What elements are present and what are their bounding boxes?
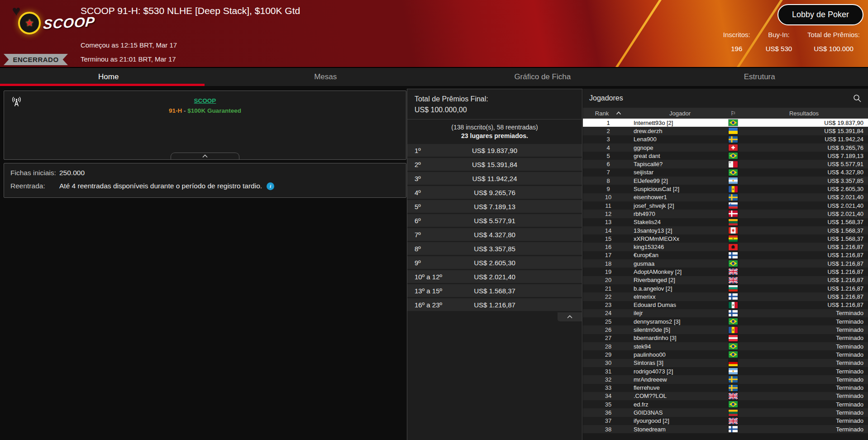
flag-column-icon: ⚐ xyxy=(726,110,740,117)
player-row[interactable]: 1Internett93o [2]US$ 19.837,90 xyxy=(583,119,868,127)
player-row[interactable]: 1413santoy13 [2]US$ 1.568,37 xyxy=(583,226,868,234)
canada-flag-icon xyxy=(726,227,740,234)
column-header-results[interactable]: Resultados xyxy=(740,110,868,117)
column-header-rank[interactable]: Rank xyxy=(583,110,634,117)
player-row[interactable]: 11josef_shvejk [2]US$ 2.021,40 xyxy=(583,201,868,210)
player-row[interactable]: 22elmerixxUS$ 1.216,87 xyxy=(583,292,868,301)
player-row[interactable]: 38StonedreamTerminado xyxy=(583,425,868,433)
player-row[interactable]: 9SuspiciousCat [2]US$ 2.605,30 xyxy=(583,185,868,193)
player-row[interactable]: 31rodrigo4073 [2]Terminado xyxy=(583,367,868,375)
player-rank: 11 xyxy=(583,202,634,209)
germany-flag-icon xyxy=(726,360,740,366)
player-row[interactable]: 7seijistarUS$ 4.327,80 xyxy=(583,168,868,177)
player-name: ilejr xyxy=(634,310,726,316)
finland-flag-icon xyxy=(726,293,740,300)
player-row[interactable]: 32mrAndreeewTerminado xyxy=(583,375,868,383)
player-row[interactable]: 2drew.derzhUS$ 15.391,84 xyxy=(583,127,868,135)
player-row[interactable]: 18gusmaaUS$ 1.216,87 xyxy=(583,259,868,268)
player-result: Terminado xyxy=(740,426,868,433)
player-rank: 29 xyxy=(583,351,634,358)
player-rank: 5 xyxy=(583,153,634,159)
player-row[interactable]: 37ifyourgood [2]Terminado xyxy=(583,417,868,425)
player-row[interactable]: 15xXROMmMEOXxUS$ 1.568,37 xyxy=(583,234,868,243)
player-result: US$ 3.357,85 xyxy=(740,177,868,184)
player-name: Internett93o [2] xyxy=(634,120,726,126)
player-row[interactable]: 21b.a.angelov [2]US$ 1.216,87 xyxy=(583,284,868,292)
player-row[interactable]: 13Stakelis24US$ 1.568,37 xyxy=(583,218,868,226)
player-result: US$ 1.216,87 xyxy=(740,293,868,300)
player-row[interactable]: 5great dantUS$ 7.189,13 xyxy=(583,152,868,160)
player-row[interactable]: 6Tapiscallé?US$ 5.577,91 xyxy=(583,160,868,168)
prize-row: 4ºUS$ 9.265,76 xyxy=(407,186,582,199)
player-row[interactable]: 27bbernardinho [3]Terminado xyxy=(583,334,868,342)
player-row[interactable]: 25dennysramos2 [3]Terminado xyxy=(583,317,868,325)
bolivia-flag-icon xyxy=(726,235,740,242)
player-row[interactable]: 12rbh4970US$ 2.021,40 xyxy=(583,210,868,218)
player-name: king153246 xyxy=(634,244,726,250)
scroll-up-button[interactable] xyxy=(558,312,582,321)
player-result: Terminado xyxy=(740,401,868,408)
tournament-lobby-window: ♥ ★ SCOOP SCOOP 91-H: $530 NLHE [Deep St… xyxy=(0,0,868,440)
stat-inscritos: Inscritos: 196 xyxy=(723,31,750,53)
field-label: Fichas iniciais: xyxy=(10,169,59,177)
player-rank: 30 xyxy=(583,359,634,366)
player-row[interactable]: 4ggnopeUS$ 9.265,76 xyxy=(583,143,868,152)
tab-mesas[interactable]: Mesas xyxy=(217,68,434,86)
player-row[interactable]: 36G0ID3NASTerminado xyxy=(583,408,868,416)
player-name: ed.frz xyxy=(634,401,726,408)
collapse-chevron-icon xyxy=(202,154,208,158)
prize-total-block: Total de Prêmios Final: US$ 100.000,00 xyxy=(407,89,582,120)
scoop-badge-icon: ★ xyxy=(18,12,41,34)
player-name: bbernardinho [3] xyxy=(634,335,726,341)
info-icon[interactable]: i xyxy=(267,182,274,190)
player-row[interactable]: 30Sintoras [3]Terminado xyxy=(583,359,868,367)
player-result: US$ 1.216,87 xyxy=(740,301,868,308)
player-rank: 37 xyxy=(583,417,634,424)
player-row[interactable]: 20Riverbanged [2]US$ 1.216,87 xyxy=(583,276,868,284)
prize-amount: US$ 11.942,24 xyxy=(407,175,582,182)
player-row[interactable]: 24ilejrTerminado xyxy=(583,309,868,317)
player-row[interactable]: 33flerrehuveTerminado xyxy=(583,384,868,392)
event-guarantee: $100K Guaranteed xyxy=(187,107,241,114)
prize-amount: US$ 2.605,30 xyxy=(407,259,582,267)
tab-gr-fico-de-ficha[interactable]: Gráfico de Ficha xyxy=(434,68,651,86)
prize-row: 10º a 12ºUS$ 2.021,40 xyxy=(407,270,582,283)
player-row[interactable]: 8ElJefee99 [2]US$ 3.357,85 xyxy=(583,177,868,185)
players-panel-title: Jogadores xyxy=(589,94,623,102)
argentina-flag-icon xyxy=(726,177,740,184)
player-result: US$ 1.216,87 xyxy=(740,252,868,258)
search-icon[interactable] xyxy=(853,94,862,103)
prize-list: 1ºUS$ 19.837,902ºUS$ 15.391,843ºUS$ 11.9… xyxy=(407,144,582,311)
player-row[interactable]: 34.COM??LOLTerminado xyxy=(583,392,868,400)
player-name: rbh4970 xyxy=(634,210,726,217)
player-row[interactable]: 16king153246US$ 1.216,87 xyxy=(583,243,868,251)
player-row[interactable]: 19AdoptAMonkey [2]US$ 1.216,87 xyxy=(583,268,868,276)
collapse-panel-handle[interactable] xyxy=(171,153,239,159)
stat-label: Inscritos: xyxy=(723,31,750,38)
player-row[interactable]: 26silentm0de [5]Terminado xyxy=(583,325,868,334)
player-row[interactable]: 29paulinhoo00Terminado xyxy=(583,350,868,359)
player-result: US$ 15.391,84 xyxy=(740,128,868,134)
player-row[interactable]: 35ed.frzTerminado xyxy=(583,400,868,408)
player-name: drew.derzh xyxy=(634,128,726,134)
scoop-series-link[interactable]: SCOOP xyxy=(194,97,216,104)
player-row[interactable]: 28stek94Terminado xyxy=(583,342,868,350)
stack-info-box: Fichas iniciais: 250.000 Reentrada: Até … xyxy=(4,163,406,198)
player-result: US$ 7.189,13 xyxy=(740,153,868,159)
stat-value: US$ 530 xyxy=(766,45,792,53)
player-name: ElJefee99 [2] xyxy=(634,177,726,184)
player-row[interactable]: 10eisenhower1US$ 2.021,40 xyxy=(583,193,868,201)
player-row[interactable]: 17€urop€anUS$ 1.216,87 xyxy=(583,251,868,259)
poker-lobby-button[interactable]: Lobby de Poker xyxy=(777,4,863,25)
player-result: US$ 4.327,80 xyxy=(740,169,868,176)
player-rank: 33 xyxy=(583,384,634,391)
brazil-flag-icon xyxy=(726,169,740,176)
player-row[interactable]: 3Lena900US$ 11.942,24 xyxy=(583,135,868,143)
tab-home[interactable]: Home xyxy=(0,68,217,86)
places-paid-line: 23 lugares premiados. xyxy=(407,132,582,139)
player-row[interactable]: 23Edouard DumasUS$ 1.216,87 xyxy=(583,301,868,309)
player-rank: 10 xyxy=(583,194,634,201)
column-header-player[interactable]: Jogador xyxy=(634,110,726,117)
player-name: seijistar xyxy=(634,169,726,176)
tab-estrutura[interactable]: Estrutura xyxy=(651,68,868,86)
